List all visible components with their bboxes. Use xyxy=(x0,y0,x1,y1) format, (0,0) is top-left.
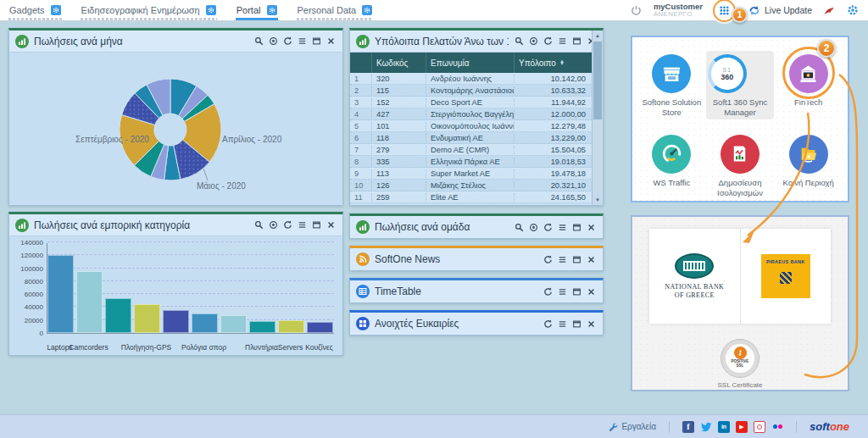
bar-Κουζίνες[interactable] xyxy=(307,322,333,333)
table-row[interactable]: 2115Κοντομάρης Αναστάσιος10.633,32 xyxy=(350,85,603,97)
gadget-collapsed-1: Πωλήσεις ανά ομάδα xyxy=(349,213,604,239)
maximize-icon[interactable] xyxy=(571,222,582,233)
target-icon[interactable] xyxy=(528,36,539,47)
search-icon[interactable] xyxy=(253,36,264,47)
bar-Ρολόγια σπορ[interactable] xyxy=(192,313,218,333)
table-row[interactable]: 7279Demo AE (CMR)15.504,05 xyxy=(350,144,603,156)
x-axis-label: Ρολόγια σπορ xyxy=(181,343,226,352)
flickr-icon[interactable] xyxy=(771,421,783,433)
refresh-icon[interactable] xyxy=(282,219,293,230)
bar-item-3[interactable] xyxy=(105,298,131,333)
table-row[interactable]: 11259Elite AE24.165,50 xyxy=(350,191,603,203)
refresh-icon[interactable] xyxy=(542,222,554,233)
maximize-icon[interactable] xyxy=(571,36,582,47)
close-icon[interactable] xyxy=(326,36,337,47)
maximize-icon[interactable] xyxy=(571,286,582,297)
tab-portal[interactable]: Portal xyxy=(236,0,278,20)
app-s1360[interactable]: S1360Soft1 360 Sync Manager xyxy=(706,51,775,119)
bar-Πλυντήρια[interactable] xyxy=(249,321,275,333)
search-icon[interactable] xyxy=(514,36,525,47)
menu-icon[interactable] xyxy=(557,254,568,265)
live-update-button[interactable]: Live Update xyxy=(748,5,812,16)
power-icon[interactable] xyxy=(630,3,643,17)
refresh-icon[interactable] xyxy=(542,36,554,47)
bar-item-7[interactable] xyxy=(220,315,247,333)
close-icon[interactable] xyxy=(586,222,597,233)
refresh-icon[interactable] xyxy=(542,254,554,265)
pie-chart[interactable]: Σεπτέμβριος - 2020 Απρίλιος - 2020 Μάιος… xyxy=(9,53,342,206)
menu-icon[interactable] xyxy=(297,36,308,47)
bank-nbg[interactable]: NATIONAL BANKOF GREECE xyxy=(649,229,741,324)
refresh-icon[interactable] xyxy=(542,319,554,330)
target-icon[interactable] xyxy=(268,36,279,47)
search-icon[interactable] xyxy=(253,219,264,230)
close-icon[interactable] xyxy=(586,319,597,330)
column-balance[interactable]: Υπόλοιπο ▲▼ xyxy=(515,53,603,73)
search-icon[interactable] xyxy=(514,222,525,233)
table-row[interactable]: 8335Ελληνικά Πάρκα ΑΕ19.018,53 xyxy=(350,156,603,168)
linkedin-icon[interactable]: in xyxy=(718,421,730,433)
bar-chart[interactable]: 020000400006000080000100000120000140000L… xyxy=(9,236,342,356)
notifications-bird-icon[interactable] xyxy=(822,3,836,17)
tab-settings-icon[interactable] xyxy=(206,5,216,15)
menu-icon[interactable] xyxy=(557,222,568,233)
maximize-icon[interactable] xyxy=(571,319,582,330)
close-icon[interactable] xyxy=(326,219,337,230)
menu-icon[interactable] xyxy=(557,36,568,47)
scroll-down-icon[interactable]: ▼ xyxy=(593,195,603,205)
tab-personal-data[interactable]: Personal Data xyxy=(297,0,374,20)
bar-Πλοήγηση-GPS[interactable] xyxy=(134,304,160,333)
twitter-icon[interactable] xyxy=(700,421,712,433)
column-code[interactable]: Κωδικός xyxy=(372,53,426,73)
bank-piraeus[interactable]: PIRAEUS BANK xyxy=(741,229,832,324)
scrollbar-thumb[interactable] xyxy=(593,42,602,119)
app-gauge[interactable]: WS Traffic xyxy=(637,131,706,200)
sort-icon[interactable]: ▲▼ xyxy=(559,60,565,65)
tab-gadgets[interactable]: Gadgets xyxy=(8,0,62,20)
bar-Laptops[interactable] xyxy=(47,255,74,333)
app-folder[interactable]: Κοινή Περιοχή xyxy=(774,131,843,200)
table-row[interactable]: 4427Στεργιόπουλος Βαγγέλης12.000,00 xyxy=(350,108,603,120)
target-icon[interactable] xyxy=(268,219,279,230)
maximize-icon[interactable] xyxy=(571,254,582,265)
instagram-icon[interactable] xyxy=(754,421,765,433)
table-row[interactable]: 5101Οικονομόπουλος Ιωάννης12.279,48 xyxy=(350,120,603,132)
youtube-icon[interactable]: ▶ xyxy=(736,421,748,433)
menu-icon[interactable] xyxy=(557,286,568,297)
app-bank[interactable]: 2FinTech xyxy=(774,51,843,119)
app-store[interactable]: Softone Solution Store xyxy=(637,51,706,119)
table-scrollbar[interactable]: ▲ ▼ xyxy=(592,30,603,205)
bar-Servers[interactable] xyxy=(278,320,304,333)
tab-settings-icon[interactable] xyxy=(51,5,61,15)
table-row[interactable]: 9113Super Market AE19.478,18 xyxy=(350,168,603,180)
cell-row-number: 1 xyxy=(350,75,372,83)
softone-logo[interactable]: softone xyxy=(810,420,849,433)
bar-item-5[interactable] xyxy=(163,310,189,333)
account-info[interactable]: myCustomer ΑΝΕΝΕΡΓΟ xyxy=(654,3,703,18)
maximize-icon[interactable] xyxy=(311,36,322,47)
table-body: 1320Ανδρέου Ιωάννης10.142,002115Κοντομάρ… xyxy=(350,73,603,204)
table-row[interactable]: 3152Deco Sport AE11.944,92 xyxy=(350,97,603,108)
facebook-icon[interactable]: f xyxy=(682,421,694,433)
tab-settings-icon[interactable] xyxy=(362,5,372,15)
table-row[interactable]: 6118Ενδυματική ΑΕ13.229,00 xyxy=(350,132,603,144)
scroll-up-icon[interactable]: ▲ xyxy=(593,30,603,41)
tab-news[interactable]: Ειδησεογραφική Ενημέρωση xyxy=(81,0,217,20)
target-icon[interactable] xyxy=(528,222,539,233)
tools-button[interactable]: Εργαλεία xyxy=(608,422,656,432)
ssl-certificate-badge[interactable]: ⚷ POSITIVESSL xyxy=(721,339,760,378)
tab-settings-icon[interactable] xyxy=(267,5,277,15)
menu-icon[interactable] xyxy=(557,319,568,330)
bar-Camcorders[interactable] xyxy=(76,271,103,333)
refresh-icon[interactable] xyxy=(282,36,293,47)
settings-gear-icon[interactable] xyxy=(846,3,860,17)
maximize-icon[interactable] xyxy=(311,219,322,230)
close-icon[interactable] xyxy=(586,286,597,297)
table-row[interactable]: 1320Ανδρέου Ιωάννης10.142,00 xyxy=(350,73,603,85)
close-icon[interactable] xyxy=(586,254,597,265)
menu-icon[interactable] xyxy=(297,219,308,230)
table-row[interactable]: 10126Μιζάκης Στέλιος20.321,10 xyxy=(350,180,603,191)
column-name[interactable]: Επωνυμία xyxy=(426,53,515,73)
app-doc-chart[interactable]: Δημοσίευση Ισολογισμών xyxy=(706,131,775,200)
refresh-icon[interactable] xyxy=(542,286,554,297)
